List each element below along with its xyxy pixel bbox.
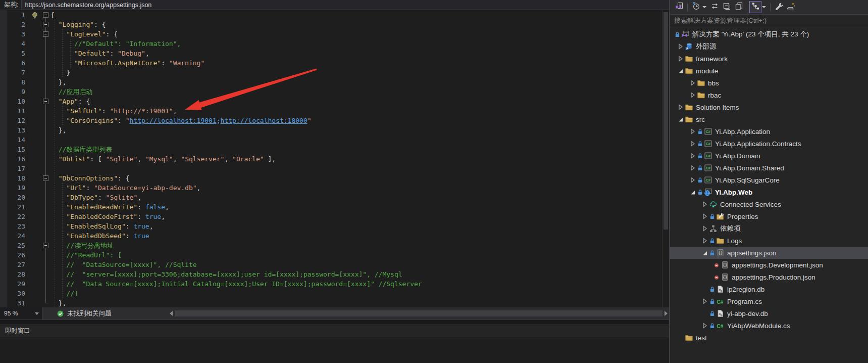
fold-toggle[interactable] — [43, 175, 48, 181]
expand-arrow[interactable] — [677, 104, 685, 110]
expand-arrow[interactable] — [689, 165, 697, 171]
tree-item[interactable]: Solution Items — [670, 101, 868, 113]
expand-arrow[interactable] — [701, 201, 709, 207]
expand-arrow[interactable] — [689, 177, 697, 183]
code-line[interactable]: 19 "Url": "DataSource=yi-abp-dev.db", — [0, 183, 662, 193]
chevron-down-icon[interactable] — [702, 6, 706, 8]
expand-arrow[interactable] — [701, 213, 709, 219]
code-line[interactable]: 24 "EnabledDbSeed": true — [0, 231, 662, 241]
nodes-button[interactable] — [749, 1, 761, 13]
tree-item[interactable]: C#Program.cs — [670, 295, 868, 307]
code-line[interactable]: 27 // "DataSource=[xxxx]", //Sqlite — [0, 260, 662, 269]
code-line[interactable]: 8 }, — [0, 77, 662, 87]
code-line[interactable]: 16 "DbList": [ "Sqlite", "Mysql", "Sqlse… — [0, 154, 662, 164]
schema-url-combo[interactable]: https://json.schemastore.org/appsettings… — [21, 0, 669, 10]
document-health-indicator[interactable]: 未找到相关问题 — [42, 309, 169, 318]
tree-item[interactable]: test — [670, 332, 868, 344]
document-bowtie-button[interactable] — [673, 1, 685, 13]
sparkle-dash-button[interactable] — [785, 1, 797, 13]
code-line[interactable]: 11 "SelfUrl": "http://*:19001", — [0, 106, 662, 116]
scrollbar-thumb[interactable] — [663, 12, 668, 230]
expand-arrow[interactable] — [701, 250, 709, 256]
tree-item[interactable]: module — [670, 65, 868, 77]
code-line[interactable]: 29 // "Data Source=[xxxx];Initial Catalo… — [0, 279, 662, 289]
fold-toggle[interactable] — [43, 243, 48, 248]
editor-vertical-scrollbar[interactable] — [662, 10, 669, 307]
immediate-window-header[interactable]: 即时窗口 — [0, 325, 669, 337]
tree-item[interactable]: {}appsettings.json — [670, 247, 868, 259]
code-line[interactable]: 26 //"ReadUrl": [ — [0, 250, 662, 260]
code-line[interactable]: 4 //"Default": "Information", — [0, 39, 662, 49]
scroll-left-icon[interactable] — [170, 311, 173, 316]
code-line[interactable]: 28 // "server=[xxxx];port=3306;database=… — [0, 269, 662, 279]
code-line[interactable]: 15 //数据库类型列表 — [0, 145, 662, 154]
code-line[interactable]: 2 "Logging": { — [0, 20, 662, 29]
code-line[interactable]: 17 — [0, 164, 662, 173]
tree-item[interactable]: Properties — [670, 210, 868, 222]
expand-arrow[interactable] — [689, 153, 697, 159]
expand-arrow[interactable] — [677, 117, 685, 122]
tree-item[interactable]: C#Yi.Abp.SqlSugarCore — [670, 174, 868, 186]
tree-item[interactable]: C#Yi.Abp.Domain.Shared — [670, 162, 868, 174]
code-line[interactable]: 14 — [0, 135, 662, 145]
code-line[interactable]: 21 "EnabledReadWrite": false, — [0, 202, 662, 212]
tree-item[interactable]: C#Yi.Abp.Application.Contracts — [670, 138, 868, 150]
code-line[interactable]: 1{ — [0, 10, 662, 20]
expand-arrow[interactable] — [689, 80, 697, 86]
scroll-right-icon[interactable] — [665, 311, 668, 316]
tree-item[interactable]: src — [670, 113, 868, 125]
expand-arrow[interactable] — [689, 128, 697, 134]
tree-item[interactable]: Connected Services — [670, 198, 868, 210]
code-line[interactable]: 13 }, — [0, 125, 662, 135]
code-line[interactable]: 3 "LogLevel": { — [0, 29, 662, 39]
tree-item[interactable]: {}appsettings.Development.json — [670, 259, 868, 271]
collapse-all-button[interactable] — [721, 1, 733, 13]
tree-item[interactable]: bbs — [670, 77, 868, 89]
tree-item[interactable]: C#YiAbpWebModule.cs — [670, 320, 868, 332]
expand-arrow[interactable] — [677, 56, 685, 62]
fold-toggle[interactable] — [43, 12, 48, 18]
scrollbar-thumb[interactable] — [175, 310, 662, 316]
code-line[interactable]: 9 //应用启动 — [0, 87, 662, 97]
tree-item[interactable]: framework — [670, 53, 868, 65]
expand-arrow[interactable] — [677, 43, 685, 50]
code-line[interactable]: 25 //读写分离地址 — [0, 241, 662, 250]
lightbulb-icon[interactable] — [31, 12, 38, 21]
clock-filter-button[interactable] — [690, 1, 702, 13]
code-line[interactable]: 31 }, — [0, 298, 662, 307]
url-link[interactable]: http://localhost:18000 — [221, 117, 308, 124]
chevron-down-icon[interactable] — [762, 6, 766, 8]
code-line[interactable]: 23 "EnabledSqlLog": true, — [0, 221, 662, 231]
expand-arrow[interactable] — [689, 190, 697, 195]
expand-arrow[interactable] — [701, 238, 709, 244]
swap-arrows-button[interactable] — [708, 1, 721, 13]
tree-item[interactable]: 依赖项 — [670, 222, 868, 235]
code-line[interactable]: 6 "Microsoft.AspNetCore": "Warning" — [0, 58, 662, 68]
code-line[interactable]: 22 "EnabledCodeFirst": true, — [0, 212, 662, 221]
expand-arrow[interactable] — [701, 225, 709, 232]
editor-horizontal-scrollbar[interactable] — [169, 307, 669, 320]
expand-arrow[interactable] — [677, 68, 685, 74]
expand-arrow[interactable] — [689, 141, 697, 147]
fold-toggle[interactable] — [43, 31, 48, 37]
code-line[interactable]: 7 } — [0, 68, 662, 77]
tree-item[interactable]: 解决方案 'Yi.Abp' (23 个项目, 共 23 个) — [670, 28, 868, 40]
code-line[interactable]: 30 //] — [0, 289, 662, 298]
zoom-level-combo[interactable]: 95 % — [0, 307, 42, 320]
overlap-squares-button[interactable] — [733, 1, 745, 13]
immediate-window-body[interactable] — [0, 337, 669, 363]
solution-explorer-search-input[interactable]: 搜索解决方案资源管理器(Ctrl+;) — [670, 14, 868, 27]
code-line[interactable]: 10 "App": { — [0, 97, 662, 106]
tree-item[interactable]: C#Yi.Abp.Application — [670, 125, 868, 138]
tree-item[interactable]: yi-abp-dev.db — [670, 307, 868, 320]
fold-toggle[interactable] — [43, 22, 48, 27]
code-line[interactable]: 18 "DbConnOptions": { — [0, 173, 662, 183]
tree-item[interactable]: ip2region.db — [670, 283, 868, 295]
expand-arrow[interactable] — [689, 92, 697, 98]
code-line[interactable]: 20 "DbType": "Sqlite", — [0, 193, 662, 202]
tree-item[interactable]: Yi.Abp.Web — [670, 186, 868, 198]
wrench-button[interactable] — [773, 1, 785, 13]
expand-arrow[interactable] — [701, 298, 709, 304]
expand-arrow[interactable] — [701, 323, 709, 329]
code-editor[interactable]: 1{2 "Logging": {3 "LogLevel": {4 //"Defa… — [0, 10, 669, 307]
